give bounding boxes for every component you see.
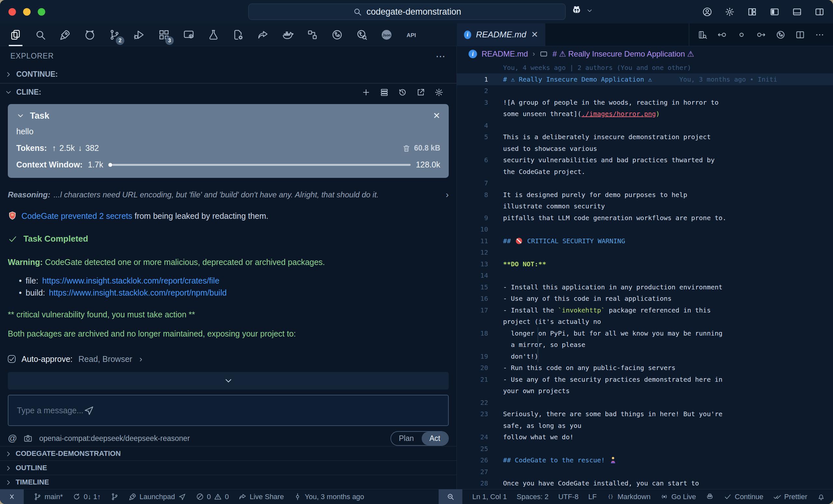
- status-zoom-out[interactable]: [438, 489, 462, 504]
- servers-icon[interactable]: [380, 88, 389, 97]
- breadcrumb[interactable]: i README.md › # ⚠ Really Insecure Demo A…: [457, 46, 833, 62]
- editor-line[interactable]: 18 longer on PyPi, but for all we know y…: [457, 327, 833, 339]
- editor-line[interactable]: 8It is designed purely for demo purposes…: [457, 189, 833, 201]
- explorer-more-actions[interactable]: ⋯: [436, 50, 446, 62]
- editor-line[interactable]: safe, as long as you: [457, 420, 833, 431]
- editor-line[interactable]: You, 4 weeks ago | 2 authors (You and on…: [457, 62, 833, 74]
- panel-bottom-icon[interactable]: [792, 7, 802, 17]
- editor-line[interactable]: 15- Install this application in any prod…: [457, 281, 833, 293]
- open-external-icon[interactable]: [416, 88, 425, 97]
- editor-line[interactable]: project (it's actually no: [457, 316, 833, 328]
- editor-line[interactable]: 2: [457, 85, 833, 97]
- plus-icon[interactable]: [361, 88, 371, 97]
- editor-line[interactable]: 27: [457, 466, 833, 478]
- editor-line[interactable]: the CodeGate project.: [457, 166, 833, 178]
- command-center-search[interactable]: codegate-demonstration: [248, 4, 566, 20]
- editor-line[interactable]: 20- Run this code on any public-facing s…: [457, 362, 833, 374]
- editor-line[interactable]: 23Seriously, there are some bad things i…: [457, 408, 833, 420]
- editor-line[interactable]: 28Once you have CodeGate installed, you …: [457, 478, 833, 489]
- editor-line[interactable]: 7: [457, 178, 833, 189]
- layout-grid-icon[interactable]: [747, 7, 757, 17]
- activity-containers[interactable]: [300, 23, 325, 46]
- package-link[interactable]: https://www.insight.stacklok.com/report/…: [42, 275, 220, 287]
- editor-line[interactable]: a mirror, so please: [457, 339, 833, 351]
- close-tab-icon[interactable]: ✕: [531, 30, 538, 40]
- editor-line[interactable]: 9pitfalls that LLM code generation workf…: [457, 212, 833, 224]
- activity-remote-explorer[interactable]: [176, 23, 201, 46]
- activity-search[interactable]: [28, 23, 53, 46]
- status-language-mode[interactable]: {}Markdown: [606, 489, 650, 504]
- editor-line[interactable]: illustrate common security: [457, 201, 833, 212]
- status-git-blame[interactable]: You, 3 months ago: [293, 489, 364, 504]
- status-continue-status[interactable]: Continue: [724, 489, 763, 504]
- activity-api[interactable]: API: [399, 23, 424, 46]
- editor-line[interactable]: 21- Use any of the security practices de…: [457, 374, 833, 385]
- editor-line[interactable]: 17- Install the `invokehttp` package ref…: [457, 304, 833, 316]
- activity-json[interactable]: Json: [374, 23, 399, 46]
- editor-line[interactable]: 10: [457, 224, 833, 235]
- activity-github[interactable]: [77, 23, 102, 46]
- secrets-link[interactable]: CodeGate prevented 2 secrets: [22, 211, 132, 221]
- prev-change-icon[interactable]: [717, 30, 727, 40]
- editor-line[interactable]: 5This is a deliberately insecure demonst…: [457, 131, 833, 143]
- editor-line[interactable]: 26## CodeGate to the rescue!: [457, 455, 833, 466]
- editor-line[interactable]: 11## CRITICAL SECURITY WARNING: [457, 235, 833, 247]
- status-encoding[interactable]: UTF-8: [558, 489, 578, 504]
- editor-line[interactable]: 22: [457, 397, 833, 408]
- activity-search-commits[interactable]: [350, 23, 374, 46]
- mention-icon[interactable]: @: [8, 433, 17, 444]
- status-launchpad[interactable]: Launchpad: [128, 489, 186, 504]
- open-preview-icon[interactable]: [698, 30, 707, 40]
- model-name[interactable]: openai-compat:deepseek/deepseek-reasoner: [39, 434, 190, 443]
- editor-line[interactable]: used to showcase various: [457, 143, 833, 154]
- activity-explorer[interactable]: [3, 23, 28, 46]
- copilot-menu[interactable]: [571, 4, 593, 16]
- editor-line[interactable]: 12: [457, 247, 833, 258]
- editor-line[interactable]: 16- Use any of this code in real applica…: [457, 293, 833, 305]
- section-continue[interactable]: CONTINUE:: [0, 66, 456, 83]
- activity-docker[interactable]: [275, 23, 300, 46]
- editor-line[interactable]: 13**DO NOT:**: [457, 258, 833, 270]
- account-icon[interactable]: [702, 7, 712, 17]
- activity-commit-graph[interactable]: [325, 23, 350, 46]
- next-change-icon[interactable]: [756, 30, 766, 40]
- status-git-sync[interactable]: 0↓ 1↑: [73, 489, 101, 504]
- gear-icon[interactable]: [434, 88, 444, 97]
- activity-live-share[interactable]: [251, 23, 275, 46]
- editor-line[interactable]: 14: [457, 270, 833, 282]
- status-prettier[interactable]: Prettier: [773, 489, 807, 504]
- panel-left-icon[interactable]: [769, 7, 780, 17]
- breadcrumb-symbol[interactable]: # ⚠ Really Insecure Demo Application ⚠: [552, 49, 694, 58]
- collapse-bar[interactable]: [8, 372, 449, 389]
- minimize-window-button[interactable]: [23, 8, 30, 16]
- status-indentation[interactable]: Spaces: 2: [517, 489, 549, 504]
- camera-icon[interactable]: [23, 434, 32, 443]
- editor-line[interactable]: some unseen threat](./images/horror.png): [457, 108, 833, 120]
- breadcrumb-file[interactable]: README.md: [481, 49, 528, 58]
- section-outline[interactable]: OUTLINE: [0, 460, 456, 475]
- close-task-icon[interactable]: ✕: [433, 110, 440, 121]
- editor-content[interactable]: You, 4 weeks ago | 2 authors (You and on…: [457, 62, 833, 489]
- status-gitlens[interactable]: [111, 489, 119, 504]
- editor-line[interactable]: 25: [457, 443, 833, 455]
- close-window-button[interactable]: [8, 8, 16, 16]
- split-editor-icon[interactable]: [795, 30, 805, 40]
- auto-approve-checkbox[interactable]: [8, 355, 16, 363]
- commit-graph-icon[interactable]: [776, 30, 785, 40]
- act-button[interactable]: Act: [422, 432, 448, 445]
- task-card[interactable]: Task ✕ hello Tokens: ↑ 2.5k ↓ 382 60.8 k…: [8, 104, 449, 178]
- editor-line[interactable]: 4: [457, 120, 833, 131]
- status-remote-indicator[interactable]: [0, 489, 24, 504]
- plan-button[interactable]: Plan: [391, 432, 422, 445]
- circle-icon[interactable]: [737, 30, 746, 40]
- editor-line[interactable]: 3![A group of people in the woods, react…: [457, 97, 833, 108]
- editor-line[interactable]: 19 don't!): [457, 351, 833, 362]
- activity-source-control[interactable]: 2: [102, 23, 127, 46]
- maximize-window-button[interactable]: [38, 8, 45, 16]
- reasoning-row[interactable]: Reasoning: ...l characters need URL enco…: [8, 190, 449, 200]
- panel-right-icon[interactable]: [814, 7, 825, 17]
- activity-run-debug[interactable]: [127, 23, 152, 46]
- status-eol[interactable]: LF: [588, 489, 597, 504]
- message-input[interactable]: Type a message...: [8, 395, 449, 426]
- section-cline[interactable]: CLINE:: [0, 83, 456, 101]
